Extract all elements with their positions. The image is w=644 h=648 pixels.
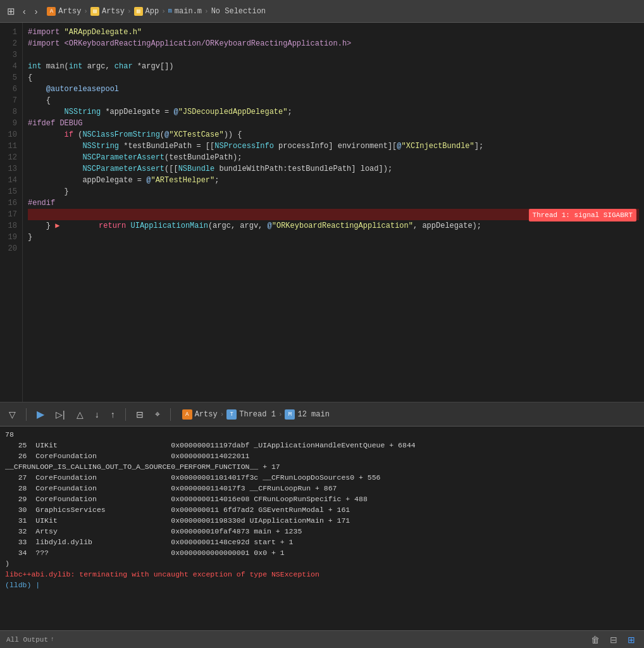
debug-bc-sep-2: › [278, 411, 283, 418]
debug-step-out-button[interactable]: ↓ [91, 407, 103, 422]
debug-split-button[interactable]: ⊟ [132, 407, 147, 422]
console-frame-25: 25 UIKit 0x000000011197dabf _UIApplicati… [5, 440, 639, 451]
breadcrumb-no-selection: No Selection [211, 7, 266, 16]
code-line-7: { [28, 95, 639, 106]
code-line-2: #import <ORKeyboardReactingApplication/O… [28, 38, 639, 49]
code-editor: 12345 678910 1112131415 1617181920 #impo… [0, 23, 644, 402]
all-output-text[interactable]: All Output [6, 636, 48, 644]
debug-sep-1 [26, 408, 27, 421]
console-frame-31: 31 UIKit 0x00000001198330d UIApplication… [5, 515, 639, 526]
code-line-8: NSString *appDelegate = @"JSDecoupledApp… [28, 106, 639, 118]
debug-step-over-button[interactable]: ▷| [52, 407, 69, 422]
debug-toolbar: ▽ ▶ ▷| △ ↓ ↑ ⊟ ⌖ A Artsy › T Thread 1 › … [0, 402, 644, 427]
breadcrumb-sep-4: › [204, 8, 209, 15]
debug-breadcrumb: A Artsy › T Thread 1 › M 12 main [182, 409, 330, 420]
line-numbers: 12345 678910 1112131415 1617181920 [0, 23, 23, 402]
split-panel-button[interactable]: ⊟ [607, 633, 620, 646]
code-line-5: { [28, 72, 639, 84]
nav-forward-button[interactable]: › [32, 4, 41, 18]
console-container[interactable]: 78 25 UIKit 0x000000011197dabf _UIApplic… [0, 427, 644, 629]
code-line-11: NSString *testBundlePath = [[NSProcessIn… [28, 140, 639, 152]
debug-bc-main[interactable]: 12 main [297, 410, 329, 419]
breadcrumb-sep-3: › [161, 8, 166, 15]
code-line-17: ▶ return UIApplicationMain(argc, argv, @… [28, 209, 639, 220]
code-line-15: } [28, 186, 639, 197]
breadcrumb-mainm[interactable]: main.m [175, 7, 202, 16]
code-line-6: @autoreleasepool [28, 84, 639, 95]
trash-button[interactable]: 🗑 [588, 633, 602, 646]
console-frame-num: 78 [5, 429, 639, 440]
top-toolbar: ⊞ ‹ › A Artsy › ▤ Artsy › ▤ App › m main… [0, 0, 644, 23]
code-line-1: #import "ARAppDelegate.h" [28, 27, 639, 38]
bottom-icons: 🗑 ⊟ ⊞ [588, 633, 638, 646]
console-frame-34: 34 ??? 0x0000000000000001 0x0 + 1 [5, 547, 639, 558]
console-frame-33: 33 libdyld.dylib 0x00000001148ce92d star… [5, 537, 639, 547]
console-frame-27: 27 CoreFoundation 0x000000011014017f3c _… [5, 472, 639, 483]
debug-bc-sep-1: › [220, 411, 225, 418]
breadcrumb-sep-1: › [84, 8, 88, 15]
breadcrumb-sep-2: › [127, 8, 132, 15]
console-output: 78 25 UIKit 0x000000011197dabf _UIApplic… [0, 427, 644, 623]
debug-sep-2 [125, 408, 126, 421]
breadcrumb-artsy2[interactable]: Artsy [102, 7, 125, 16]
code-line-10: if (NSClassFromString(@"XCTestCase")) { [28, 129, 639, 140]
expand-button[interactable]: ⊞ [625, 633, 638, 646]
code-line-13: NSCParameterAssert([[NSBundle bundleWith… [28, 163, 639, 175]
code-line-9: #ifdef DEBUG [28, 118, 639, 129]
error-tooltip: Thread 1: signal SIGABRT [529, 209, 636, 221]
debug-step-into-button[interactable]: △ [73, 407, 87, 422]
code-line-12: NSCParameterAssert(testBundlePath); [28, 152, 639, 163]
code-line-16: #endif [28, 197, 639, 209]
breadcrumb: A Artsy › ▤ Artsy › ▤ App › m main.m › N… [47, 7, 266, 16]
debug-up-button[interactable]: ↑ [107, 407, 119, 422]
debug-location-button[interactable]: ⌖ [151, 406, 164, 422]
debug-hide-button[interactable]: ▽ [5, 407, 20, 422]
code-content[interactable]: #import "ARAppDelegate.h" #import <ORKey… [23, 23, 644, 402]
main-icon: M [285, 409, 295, 420]
bottom-bar: All Output ↑ 🗑 ⊟ ⊞ [0, 630, 644, 648]
console-frame-32: 32 Artsy 0x000000010faf4873 main + 1235 [5, 526, 639, 537]
code-line-14: appDelegate = @"ARTestHelper"; [28, 175, 639, 186]
breadcrumb-artsy1[interactable]: Artsy [58, 7, 81, 16]
app-folder-icon: ▤ [134, 7, 143, 16]
grid-button[interactable]: ⊞ [5, 4, 17, 19]
nav-back-button[interactable]: ‹ [20, 4, 29, 18]
breadcrumb-app[interactable]: App [146, 7, 159, 16]
mainm-icon: m [168, 8, 172, 15]
code-line-19: } [28, 232, 639, 243]
code-line-3 [28, 49, 639, 61]
debug-continue-button[interactable]: ▶ [33, 406, 48, 423]
debug-sep-3 [170, 408, 171, 421]
debug-bc-thread[interactable]: Thread 1 [239, 410, 276, 419]
console-frame-30: 30 GraphicsServices 0x000000011 6fd7ad2 … [5, 504, 639, 515]
code-line-20 [28, 243, 639, 254]
debug-bc-artsy[interactable]: Artsy [195, 410, 218, 419]
code-line-18: } [28, 220, 639, 232]
console-frame-26: 26 CoreFoundation 0x0000000114022011 [5, 451, 639, 461]
console-lldb-prompt: (lldb) | [5, 580, 639, 590]
console-frame-28: 28 CoreFoundation 0x0000000114017f3 __CF… [5, 483, 639, 494]
code-line-4: int main(int argc, char *argv[]) [28, 61, 639, 72]
console-error-line: libc++abi.dylib: terminating with uncaug… [5, 569, 639, 580]
artsy-project-icon: A [47, 7, 56, 16]
output-label: All Output ↑ [6, 636, 54, 644]
debug-artsy-icon: A [182, 409, 192, 420]
output-chevron: ↑ [51, 636, 54, 643]
artsy-folder-icon: ▤ [90, 7, 99, 16]
console-frame-29: 29 CoreFoundation 0x0000000114016e08 CFR… [5, 494, 639, 504]
console-frame-cfrunloop: __CFRUNLOOP_IS_CALLING_OUT_TO_A_SOURCE0_… [5, 461, 639, 472]
console-closing: ) [5, 558, 639, 569]
thread-icon: T [226, 409, 237, 420]
